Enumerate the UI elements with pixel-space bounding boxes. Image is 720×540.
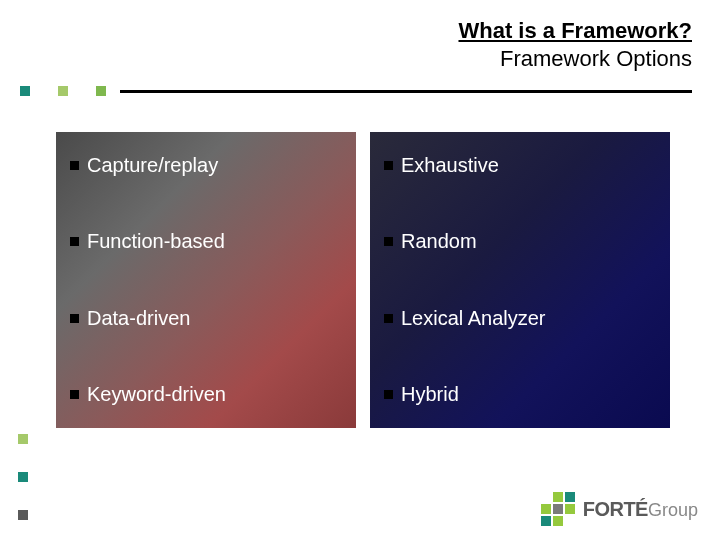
list-item-label: Data-driven [87,307,190,330]
logo-text: FORTÉ Group [583,498,698,521]
logo-mark-icon [541,492,575,526]
logo-secondary: Group [648,500,698,521]
bullet-icon [384,237,393,246]
bullet-icon [70,161,79,170]
list-item-label: Capture/replay [87,154,218,177]
accent-square-icon [20,86,30,96]
list-item-label: Function-based [87,230,225,253]
list-item-label: Exhaustive [401,154,499,177]
list-item: Data-driven [70,307,342,330]
right-panel: Exhaustive Random Lexical Analyzer Hybri… [370,132,670,428]
bullet-icon [70,390,79,399]
list-item-label: Keyword-driven [87,383,226,406]
slide-title: What is a Framework? [0,18,692,44]
list-item-label: Hybrid [401,383,459,406]
list-item-label: Random [401,230,477,253]
divider-row [0,86,720,96]
content-panels: Capture/replay Function-based Data-drive… [56,132,684,428]
logo-primary: FORTÉ [583,498,648,521]
left-panel: Capture/replay Function-based Data-drive… [56,132,356,428]
accent-square-icon [18,472,28,482]
list-item: Random [384,230,656,253]
slide-header: What is a Framework? Framework Options [0,0,720,80]
bullet-icon [384,161,393,170]
list-item-label: Lexical Analyzer [401,307,546,330]
list-item: Lexical Analyzer [384,307,656,330]
slide-subtitle: Framework Options [0,46,692,72]
accent-square-icon [58,86,68,96]
list-item: Hybrid [384,383,656,406]
accent-square-icon [18,434,28,444]
accent-square-icon [96,86,106,96]
bullet-icon [70,237,79,246]
bullet-icon [384,390,393,399]
list-item: Keyword-driven [70,383,342,406]
bullet-icon [384,314,393,323]
bullet-icon [70,314,79,323]
accent-square-icon [18,510,28,520]
list-item: Capture/replay [70,154,342,177]
list-item: Exhaustive [384,154,656,177]
list-item: Function-based [70,230,342,253]
footer-logo: FORTÉ Group [541,492,698,526]
side-accent-column [18,434,28,520]
horizontal-rule [120,90,692,93]
